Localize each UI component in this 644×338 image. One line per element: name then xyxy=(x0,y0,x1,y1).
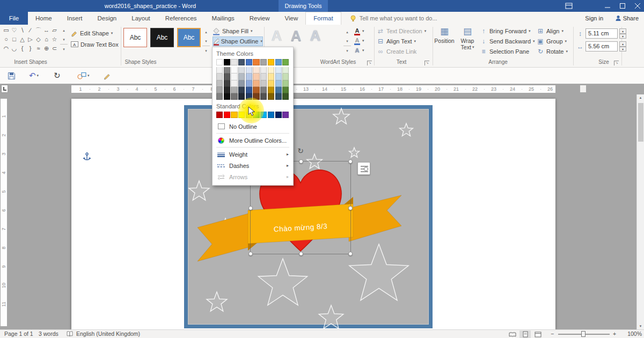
shape-gallery-item[interactable]: } xyxy=(26,44,34,53)
standard-color-swatch[interactable] xyxy=(238,112,245,118)
proofing-icon[interactable] xyxy=(67,331,73,338)
document-page[interactable]: Chào mừng 8/3 ↻ xyxy=(71,99,555,329)
theme-color-swatch[interactable] xyxy=(260,59,267,65)
resize-handle-middle-left[interactable] xyxy=(248,206,253,210)
preset-scroll-down-icon[interactable]: ▾ xyxy=(202,36,210,46)
text-direction-button[interactable]: ⇄ Text Direction ▾ xyxy=(377,26,426,36)
preset-scroll-up-icon[interactable]: ▴ xyxy=(202,27,210,36)
align-text-button[interactable]: ⊟ Align Text ▾ xyxy=(377,36,416,46)
tab-insert[interactable]: Insert xyxy=(60,12,90,25)
star-shape[interactable] xyxy=(400,123,413,136)
shape-gallery-item[interactable]: ∕ xyxy=(26,26,34,35)
sign-in-link[interactable]: Sign in xyxy=(585,12,603,25)
tab-home[interactable]: Home xyxy=(28,12,60,25)
theme-color-variant-swatch[interactable] xyxy=(253,93,259,100)
tab-review[interactable]: Review xyxy=(242,12,277,25)
read-mode-button[interactable] xyxy=(507,330,518,338)
shape-style-preset[interactable]: Abc xyxy=(177,28,201,47)
shape-gallery-item[interactable]: □ xyxy=(10,35,18,44)
resize-handle-top-right[interactable] xyxy=(348,159,353,164)
wordart-style-sample[interactable]: A xyxy=(289,26,303,46)
shapes-quick-button[interactable]: ▾ xyxy=(77,70,90,81)
tab-format[interactable]: Format xyxy=(305,12,341,25)
shape-gallery-item[interactable]: ♡ xyxy=(10,26,18,35)
vertical-scrollbar[interactable]: ▴ ▾ xyxy=(636,94,644,329)
theme-color-variant-swatch[interactable] xyxy=(238,87,245,93)
theme-color-variant-swatch[interactable] xyxy=(246,74,252,80)
star-shape[interactable] xyxy=(189,181,209,200)
rotate-button[interactable]: ↻ Rotate ▾ xyxy=(537,47,568,56)
tab-file[interactable]: File xyxy=(0,12,28,25)
resize-handle-middle-right[interactable] xyxy=(348,206,353,210)
edit-shape-button[interactable]: Edit Shape ▾ xyxy=(71,28,113,38)
shape-height-stepper[interactable]: ▴ ▾ xyxy=(619,28,626,39)
vertical-ruler[interactable]: 1234567891011 xyxy=(1,99,7,326)
theme-color-swatch[interactable] xyxy=(275,59,282,65)
shape-gallery-item[interactable]: ◇ xyxy=(34,35,42,44)
shape-gallery-item[interactable]: ≈ xyxy=(34,44,42,53)
theme-color-variant-swatch[interactable] xyxy=(231,74,237,80)
shape-gallery-item[interactable]: ▱ xyxy=(50,26,58,35)
shape-width-stepper[interactable]: ▴ ▾ xyxy=(619,41,626,52)
shape-height-input[interactable]: 5.11 cm xyxy=(586,28,618,39)
preset-more-icon[interactable]: ▾ xyxy=(202,46,210,55)
theme-color-variant-swatch[interactable] xyxy=(216,93,223,100)
shape-gallery-item[interactable]: ☆ xyxy=(50,35,58,44)
shape-gallery-item[interactable]: ◠ xyxy=(2,44,10,53)
theme-color-swatch[interactable] xyxy=(231,59,237,65)
stepper-down-icon[interactable]: ▾ xyxy=(619,34,626,39)
theme-color-variant-swatch[interactable] xyxy=(231,80,237,87)
theme-color-variant-swatch[interactable] xyxy=(282,93,289,100)
ruler-toggle-icon[interactable] xyxy=(580,85,587,93)
weight-menu-item[interactable]: Weight ▸ xyxy=(216,149,289,160)
wordart-scroll-down-icon[interactable]: ▾ xyxy=(343,36,351,46)
drawing-tools-contextual-tab[interactable]: Drawing Tools xyxy=(279,0,328,12)
theme-color-variant-swatch[interactable] xyxy=(275,67,282,74)
no-outline-menu-item[interactable]: No Outline xyxy=(216,121,289,132)
zoom-level[interactable]: 100% xyxy=(623,330,642,338)
standard-color-swatch[interactable] xyxy=(253,112,259,118)
theme-color-variant-swatch[interactable] xyxy=(224,74,230,80)
theme-color-variant-swatch[interactable] xyxy=(268,74,274,80)
selection-pane-button[interactable]: ≡ Selection Pane xyxy=(480,47,529,56)
tab-mailings[interactable]: Mailings xyxy=(204,12,242,25)
position-button[interactable]: ▦ Position xyxy=(434,26,455,58)
document-area[interactable]: Chào mừng 8/3 ↻ xyxy=(8,94,636,329)
group-button[interactable]: ▣ Group ▾ xyxy=(537,36,567,46)
theme-color-variant-swatch[interactable] xyxy=(275,93,282,100)
wrap-text-button[interactable]: ▤ Wrap Text▾ xyxy=(457,26,478,58)
standard-color-swatch[interactable] xyxy=(224,112,230,118)
language-status[interactable]: English (United Kingdom) xyxy=(76,330,140,338)
theme-color-variant-swatch[interactable] xyxy=(253,74,259,80)
star-shape[interactable] xyxy=(207,292,227,311)
standard-color-swatch[interactable] xyxy=(216,112,223,118)
size-dialog-launcher[interactable] xyxy=(614,61,619,65)
text-fill-button[interactable]: A ▾ xyxy=(354,26,364,36)
theme-color-variant-swatch[interactable] xyxy=(268,80,274,87)
theme-color-variant-swatch[interactable] xyxy=(246,80,252,87)
theme-color-variant-swatch[interactable] xyxy=(260,67,267,74)
text-outline-button[interactable]: A ▾ xyxy=(354,36,364,46)
theme-color-variant-swatch[interactable] xyxy=(268,93,274,100)
theme-color-variant-swatch[interactable] xyxy=(253,67,259,74)
close-icon[interactable] xyxy=(630,0,644,12)
star-shape[interactable] xyxy=(319,305,343,328)
shape-gallery-item[interactable]: ◡ xyxy=(10,44,18,53)
minimize-icon[interactable] xyxy=(600,0,614,12)
draw-text-box-button[interactable]: A Draw Text Box xyxy=(71,40,119,49)
zoom-out-button[interactable]: − xyxy=(551,330,554,338)
standard-color-swatch[interactable] xyxy=(260,112,267,118)
layout-options-button[interactable] xyxy=(357,162,370,175)
shape-gallery-item[interactable]: ⌂ xyxy=(42,35,50,44)
shape-width-input[interactable]: 5.56 cm xyxy=(586,41,618,52)
theme-color-variant-swatch[interactable] xyxy=(238,93,245,100)
theme-color-variant-swatch[interactable] xyxy=(282,67,289,74)
star-shape[interactable] xyxy=(349,148,360,157)
theme-color-variant-swatch[interactable] xyxy=(246,67,252,74)
arrows-menu-item[interactable]: Arrows ▸ xyxy=(216,171,289,182)
shape-gallery-item[interactable]: ▭ xyxy=(2,26,10,35)
theme-color-variant-swatch[interactable] xyxy=(275,80,282,87)
stepper-up-icon[interactable]: ▴ xyxy=(619,41,626,47)
tab-view[interactable]: View xyxy=(277,12,306,25)
theme-color-swatch[interactable] xyxy=(238,59,245,65)
